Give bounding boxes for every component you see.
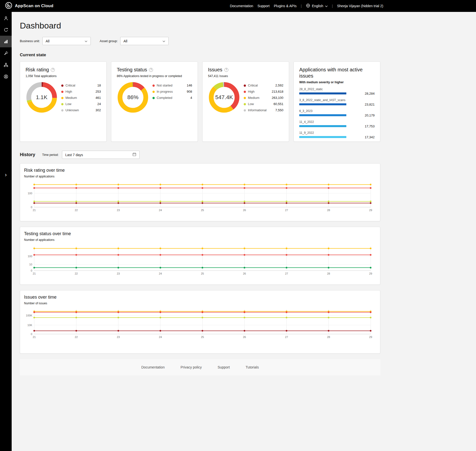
card-subtitle: With medium severity or higher: [299, 81, 375, 84]
legend-color-dot: [244, 103, 246, 105]
svg-text:547.4K: 547.4K: [215, 94, 233, 100]
scans-icon[interactable]: [0, 24, 12, 36]
chart-title: Issues over time: [24, 295, 376, 300]
svg-text:26: 26: [243, 272, 246, 275]
issues-donut: 547.4K: [208, 81, 240, 113]
chart-ylabel: Number of issues: [24, 302, 376, 305]
app-bar-row: 17,342: [299, 136, 375, 139]
nav-support[interactable]: Support: [257, 4, 269, 8]
svg-text:29: 29: [369, 336, 372, 338]
legend-color-dot: [61, 97, 63, 99]
svg-text:23: 23: [117, 209, 120, 212]
brand[interactable]: AppScan on Cloud: [5, 0, 53, 12]
app-issues-count: 20,179: [365, 113, 375, 117]
svg-text:28: 28: [327, 336, 330, 338]
legend-item: High213,618: [244, 89, 283, 94]
svg-text:25: 25: [201, 209, 204, 212]
legend-label: Low: [65, 102, 71, 106]
svg-text:0: 0: [31, 269, 32, 272]
app-name-link[interactable]: 11_9_2022: [299, 131, 375, 135]
user-menu[interactable]: Sheeja Vijayan (hidden trial 2): [337, 4, 383, 8]
legend-value: 908: [187, 89, 192, 94]
applications-icon[interactable]: [0, 12, 12, 24]
footer-link-support[interactable]: Support: [218, 365, 230, 369]
nav-documentation[interactable]: Documentation: [230, 4, 253, 8]
app-issues-bar: [299, 103, 346, 105]
app-name-link[interactable]: 6_3_2023: [299, 109, 375, 113]
profile-icon[interactable]: [0, 71, 12, 82]
legend-value: 7,550: [275, 108, 283, 113]
chevron-down-icon: [325, 4, 328, 8]
footer-link-tutorials[interactable]: Tutorials: [246, 365, 259, 369]
svg-text:10: 10: [29, 263, 32, 266]
help-icon[interactable]: ?: [224, 68, 228, 72]
legend-color-dot: [244, 97, 246, 99]
history-heading: History: [20, 152, 35, 157]
legend-color-dot: [61, 103, 63, 105]
tools-icon[interactable]: [0, 47, 12, 59]
app-issue-row: 6_3_202320,179: [299, 109, 375, 117]
risk-over-time-card: Risk rating over time Number of applicat…: [20, 163, 380, 221]
legend-value: 253: [95, 89, 101, 94]
svg-text:28: 28: [327, 272, 330, 275]
svg-text:29: 29: [369, 272, 372, 275]
legend-item: Medium461: [61, 96, 101, 100]
svg-text:0: 0: [31, 333, 32, 336]
chart-ylabel: Number of applications: [24, 238, 376, 242]
organization-icon[interactable]: [0, 59, 12, 71]
help-icon[interactable]: ?: [51, 68, 55, 72]
help-icon[interactable]: ?: [149, 68, 153, 72]
top-apps-card: Applications with most active issues Wit…: [294, 61, 380, 142]
legend-label: Critical: [65, 83, 75, 88]
app-issues-count: 17,753: [365, 124, 375, 128]
brand-name: AppScan on Cloud: [15, 3, 53, 8]
legend-item: Unknown302: [61, 108, 101, 113]
card-subtitle: 1,058 Total applications: [26, 74, 101, 78]
svg-text:26: 26: [243, 209, 246, 212]
legend-color-dot: [152, 85, 155, 87]
appscan-logo-icon: [5, 2, 12, 10]
app-issues-count: 28,284: [365, 92, 375, 95]
footer-link-documentation[interactable]: Documentation: [141, 365, 165, 369]
card-title: Testing status: [117, 67, 147, 73]
testing-status-legend: Not started146In progress908Completed4: [152, 83, 192, 113]
svg-text:22: 22: [75, 336, 78, 338]
footer-link-privacy-policy[interactable]: Privacy policy: [180, 365, 202, 369]
current-state-heading: Current state: [20, 53, 380, 57]
time-period-select[interactable]: Last 7 days: [62, 151, 140, 159]
topbar-divider: |: [332, 4, 333, 8]
filters-row: Business unit: All Asset group: All: [20, 37, 380, 45]
dashboard-icon[interactable]: [0, 36, 12, 47]
svg-text:100K: 100K: [26, 314, 32, 317]
legend-color-dot: [244, 85, 246, 87]
svg-text:100: 100: [28, 192, 32, 195]
app-name-link[interactable]: 3_8_2022_static_and_IAST_scans: [299, 98, 375, 102]
issues-card: Issues ? 547,411 Issues 547.4K Critical2…: [202, 61, 289, 142]
svg-text:22: 22: [75, 272, 78, 275]
chevron-right-icon: ›: [5, 172, 7, 178]
legend-value: 461: [95, 96, 101, 100]
card-subtitle: 86% Applications tested in progress or c…: [117, 74, 192, 78]
nav-plugins-apis[interactable]: Plugins & APIs: [274, 4, 297, 8]
svg-text:0: 0: [31, 206, 32, 209]
svg-text:23: 23: [117, 272, 120, 275]
business-unit-value: All: [46, 39, 50, 43]
business-unit-select[interactable]: All: [42, 37, 91, 45]
app-name-link[interactable]: 11_4_2022: [299, 120, 375, 124]
asset-group-select[interactable]: All: [120, 37, 169, 45]
expand-sidebar-button[interactable]: ›: [0, 172, 12, 178]
legend-color-dot: [61, 85, 63, 87]
app-issue-row: 11_9_202217,342: [299, 131, 375, 139]
app-issues-bar: [299, 92, 346, 94]
globe-icon: [306, 3, 310, 8]
svg-text:21: 21: [33, 272, 36, 275]
app-name-link[interactable]: 28_8_2022_static: [299, 87, 375, 91]
app-issues-bar: [299, 114, 346, 116]
app-bar-row: 28,284: [299, 92, 375, 95]
app-issue-row: 11_4_202217,753: [299, 120, 375, 128]
top-apps-list: 28_8_2022_static28,2843_8_2022_static_an…: [299, 87, 375, 139]
legend-value: 263,100: [272, 96, 283, 100]
chart-title: Testing status over time: [24, 231, 376, 236]
legend-color-dot: [244, 109, 246, 112]
language-selector[interactable]: English: [306, 3, 328, 8]
